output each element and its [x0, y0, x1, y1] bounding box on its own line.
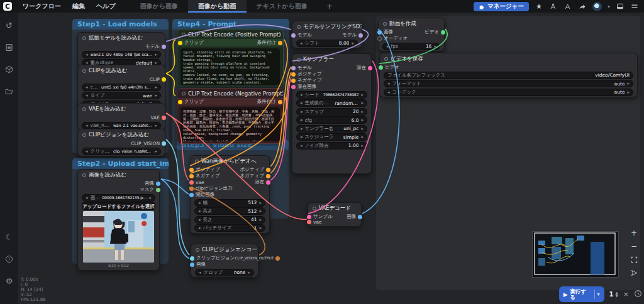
widget-clip-vision-name[interactable]: ◂クリップ名clip_vision_h.safetensors▸ [82, 148, 161, 155]
input-slot-vae[interactable]: vae [189, 180, 204, 185]
widget-cfg[interactable]: ◂cfg6.0▸ [296, 116, 367, 124]
node-load-clip-vision[interactable]: CLIPビジョンを読み込む CLIP_VISION ◂クリップ名clip_vis… [77, 129, 165, 156]
right-arrow-icon[interactable]: ▸ [155, 149, 157, 154]
output-slot-negative[interactable]: ネガティブ [240, 173, 270, 179]
input-slot-clip-vision-output[interactable]: clipビジョン出力 [189, 185, 233, 192]
output-slot-conditioning[interactable]: 条件付け [257, 40, 282, 46]
collapse-dot[interactable] [82, 173, 86, 177]
right-arrow-icon[interactable]: ▸ [361, 134, 364, 139]
output-slot-positive[interactable]: ポジティブ [240, 166, 270, 173]
widget-seed[interactable]: ◂シード798662674738087▸ [296, 91, 367, 99]
log-icon[interactable] [4, 42, 14, 52]
help-icon[interactable]: ? [4, 254, 14, 264]
user-avatar[interactable] [592, 2, 602, 11]
tab-image-to-video[interactable]: 画像から動画 [188, 0, 246, 13]
input-slot-model[interactable]: モデル [291, 32, 312, 38]
widget-scheduler[interactable]: ◂スケジューラsimple▸ [296, 133, 367, 141]
left-arrow-icon[interactable]: ◂ [86, 93, 88, 98]
output-slot-clip[interactable]: CLIP [150, 77, 166, 82]
output-slot-image[interactable]: 画像 [347, 214, 362, 220]
collapse-dot[interactable] [384, 57, 388, 61]
right-arrow-icon[interactable]: ▸ [149, 195, 152, 200]
clear-queue-icon[interactable]: × [623, 290, 629, 298]
output-slot-conditioning[interactable]: 条件付け [257, 99, 282, 105]
right-arrow-icon[interactable]: ▸ [155, 93, 157, 98]
collapse-dot[interactable] [297, 58, 301, 62]
prompt-textarea[interactable]: 1girl, standing still on station platfor… [180, 48, 280, 85]
queue-count-stepper[interactable]: 1 ▲▼ [609, 291, 618, 298]
moon-icon[interactable]: ☾ [4, 232, 14, 242]
right-arrow-icon[interactable]: ▸ [259, 217, 262, 222]
left-arrow-icon[interactable]: ◂ [86, 149, 88, 154]
left-arrow-icon[interactable]: ◂ [199, 270, 201, 275]
run-options-chevron-icon[interactable]: ▾ [597, 291, 600, 297]
right-arrow-icon[interactable]: ▸ [434, 44, 436, 49]
fit-view-icon[interactable] [629, 255, 639, 264]
input-slot-start-image[interactable]: 開始画像 [189, 192, 214, 198]
left-arrow-icon[interactable]: ◂ [198, 217, 201, 222]
output-slot-clip-vision-output[interactable]: CLIP_VISION_OUTPUT [235, 256, 280, 261]
left-arrow-icon[interactable]: ◂ [86, 195, 88, 200]
input-slot-model[interactable]: モデル [291, 65, 312, 71]
left-arrow-icon[interactable]: ◂ [387, 81, 390, 86]
left-arrow-icon[interactable]: ◂ [300, 100, 303, 106]
output-slot-video[interactable]: ビデオ [425, 29, 445, 35]
node-model-sampling-sd3[interactable]: モデルサンプリングSD3 モデル モデル ◂シフト8.00▸ [292, 21, 362, 48]
collapse-dot[interactable] [82, 36, 86, 40]
left-arrow-icon[interactable]: ◂ [300, 92, 303, 97]
widget-image-file[interactable]: ◂画像00009-1661782135.png▸ [82, 194, 155, 202]
left-arrow-icon[interactable]: ◂ [198, 225, 201, 231]
folder-icon[interactable] [4, 86, 14, 96]
input-slot-audio[interactable]: オーディオ [377, 35, 408, 41]
input-slot-image[interactable]: 画像 [377, 29, 393, 35]
input-slot-latent-image[interactable]: 潜在画像 [291, 84, 316, 90]
a-badge-icon-2[interactable] [564, 2, 572, 11]
collapse-dot[interactable] [82, 69, 86, 73]
history-icon[interactable]: ↺ [4, 20, 14, 30]
widget-vae-name[interactable]: ◂vae_namewan_2.1_vae.safetensors▸ [82, 122, 161, 129]
input-slot-positive[interactable]: ポジティブ [291, 71, 321, 77]
widget-unet-name[interactable]: ◂wan2.1_i2v_480p_14B_fp8_scaled.safetens… [82, 51, 161, 58]
left-arrow-icon[interactable]: ◂ [386, 44, 389, 49]
pointer-mode-icon[interactable] [629, 268, 639, 277]
right-arrow-icon[interactable]: ▸ [361, 109, 364, 114]
right-arrow-icon[interactable]: ▸ [361, 92, 364, 97]
menu-help[interactable]: ヘルプ [91, 2, 121, 11]
output-slot-latent[interactable]: 潜在 [357, 65, 372, 71]
model-box-icon[interactable] [4, 64, 14, 74]
input-slot-positive[interactable]: ポジティブ [189, 166, 219, 173]
left-arrow-icon[interactable]: ◂ [300, 126, 303, 131]
tab-text-to-image[interactable]: テキストから画像 [247, 0, 318, 13]
input-slot-negative[interactable]: ネガティブ [291, 77, 321, 84]
node-clip-text-encode-positive[interactable]: CLIP Text Encode (Positive Prompt) クリップ … [177, 29, 284, 87]
widget-steps[interactable]: ◂ステップ20▸ [296, 108, 367, 116]
widget-crop[interactable]: ◂クロップnone▸ [195, 269, 254, 276]
right-arrow-icon[interactable]: ▸ [627, 81, 630, 86]
prompt-textarea[interactable]: 色调艳丽，过曝，静态，细节模糊不清，字幕，风格，作品，画作，画面，静止，整体发灰… [180, 107, 280, 141]
widget-control-after-generate[interactable]: ◂生成後の制御randomize▸ [296, 99, 367, 107]
collapse-dot[interactable] [82, 107, 86, 111]
input-slot-clip[interactable]: クリップ [178, 99, 204, 105]
chevron-down-icon[interactable]: ▾ [608, 4, 610, 9]
node-clip-vision-encode[interactable]: CLIPビジョンエンコード クリップビジョン CLIP_VISION_OUTPU… [191, 244, 258, 278]
widget-fps[interactable]: ◂fps16▸ [382, 43, 440, 50]
input-slot-video[interactable]: ビデオ [379, 64, 399, 70]
collapse-dot[interactable] [182, 92, 186, 95]
collapse-dot[interactable] [313, 207, 316, 210]
right-arrow-icon[interactable]: ▸ [155, 52, 157, 57]
left-arrow-icon[interactable]: ◂ [300, 117, 303, 122]
left-arrow-icon[interactable]: ◂ [86, 52, 88, 57]
right-arrow-icon[interactable]: ▸ [259, 225, 262, 231]
upload-file-button[interactable]: アップロードするファイルを選択 [82, 202, 155, 210]
right-arrow-icon[interactable]: ▸ [248, 270, 250, 275]
node-load-diffusion-model[interactable]: 拡散モデルを読み込む モデル ◂wan2.1_i2v_480p_14B_fp8_… [77, 32, 165, 68]
share-arrow-icon[interactable] [578, 2, 587, 11]
input-slot-negative[interactable]: ネガティブ [189, 173, 219, 179]
input-slot-clip-vision[interactable]: クリップビジョン [190, 255, 235, 261]
right-arrow-icon[interactable]: ▸ [155, 123, 157, 128]
node-save-video[interactable]: ビデオを保存 ビデオ ファイル名プレフィックスvideo/ComfyUI ◂フォ… [379, 53, 638, 97]
left-arrow-icon[interactable]: ◂ [198, 209, 201, 214]
left-arrow-icon[interactable]: ◂ [86, 123, 88, 128]
right-arrow-icon[interactable]: ▸ [259, 200, 262, 205]
left-arrow-icon[interactable]: ◂ [300, 109, 303, 114]
